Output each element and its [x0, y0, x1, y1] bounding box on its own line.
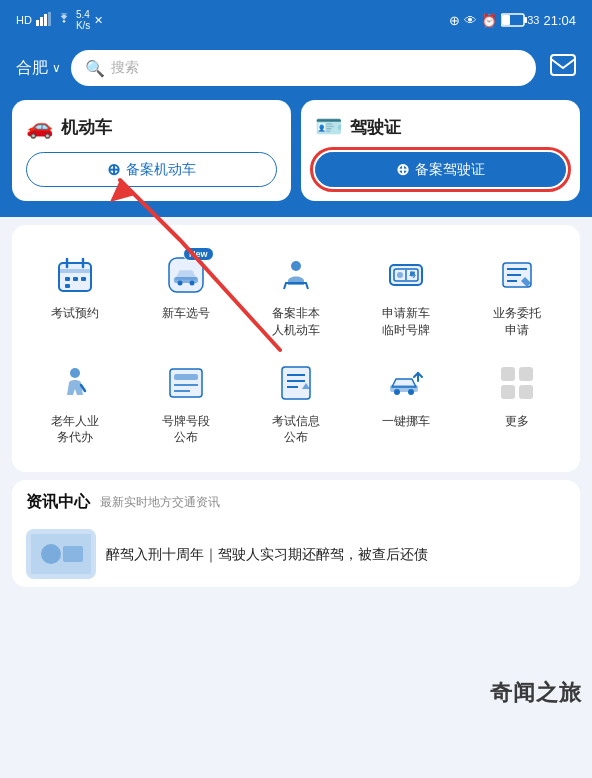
svg-rect-7 — [551, 55, 575, 75]
exam-booking-label: 考试预约 — [51, 305, 99, 322]
svg-point-19 — [189, 281, 194, 286]
news-subtitle: 最新实时地方交通资讯 — [100, 494, 220, 511]
delegate-icon-wrap — [493, 251, 541, 299]
svg-rect-6 — [524, 17, 527, 23]
exam-info-icon — [276, 363, 316, 403]
battery-icon: 33 — [501, 13, 539, 27]
news-text: 醉驾入刑十周年｜驾驶人实习期还醉驾，被查后还债 — [106, 544, 428, 565]
new-car-selection-item[interactable]: New 新车选号 — [130, 241, 240, 349]
new-car-label: 新车选号 — [162, 305, 210, 322]
svg-rect-12 — [65, 277, 70, 281]
svg-rect-49 — [63, 546, 83, 562]
news-thumbnail — [26, 529, 96, 579]
svg-rect-3 — [48, 12, 51, 26]
delegate-item[interactable]: 业务委托申请 — [462, 241, 572, 349]
plate-number-label: 号牌号段公布 — [162, 413, 210, 447]
location-text: 合肥 — [16, 58, 48, 79]
delegate-icon — [497, 255, 537, 295]
motor-vehicle-title: 机动车 — [61, 116, 112, 139]
register-license-label: 备案驾驶证 — [415, 161, 485, 179]
news-title: 资讯中心 — [26, 492, 90, 513]
grid-section: 考试预约 New 新车选号 — [12, 225, 580, 472]
elderly-icon — [55, 363, 95, 403]
temp-plate-item[interactable]: 粤 申请新车临时号牌 — [351, 241, 461, 349]
exam-info-icon-wrap — [272, 359, 320, 407]
svg-rect-32 — [174, 374, 198, 380]
svg-rect-1 — [40, 17, 43, 26]
driver-license-title: 驾驶证 — [350, 116, 401, 139]
car-new-icon — [166, 255, 206, 295]
signal-icon — [36, 12, 52, 28]
plate-number-item[interactable]: 号牌号段公布 — [130, 349, 240, 457]
mail-button[interactable] — [550, 54, 576, 82]
driver-license-card: 🪪 驾驶证 ⊕ 备案驾驶证 — [301, 100, 580, 201]
status-bar: HD 5.4K/s ✕ ⊕ 👁 ⏰ 33 21:04 — [0, 0, 592, 40]
register-license-button[interactable]: ⊕ 备案驾驶证 — [315, 152, 566, 187]
svg-rect-0 — [36, 20, 39, 26]
svg-rect-17 — [174, 277, 198, 283]
svg-point-48 — [41, 544, 61, 564]
plate-list-icon — [166, 363, 206, 403]
driver-license-header: 🪪 驾驶证 — [315, 114, 566, 140]
plate-list-icon-wrap — [162, 359, 210, 407]
delegate-label: 业务委托申请 — [493, 305, 541, 339]
plus-icon-2: ⊕ — [396, 160, 409, 179]
more-services-item[interactable]: 更多 — [462, 349, 572, 457]
search-placeholder: 搜索 — [111, 59, 139, 77]
non-owner-vehicle-item[interactable]: 备案非本人机动车 — [241, 241, 351, 349]
alarm-icon: ⏰ — [481, 13, 497, 28]
svg-rect-15 — [65, 284, 70, 288]
svg-point-30 — [70, 368, 80, 378]
svg-rect-45 — [501, 385, 515, 399]
accessibility-icon: ⊕ — [449, 13, 460, 28]
svg-point-20 — [291, 261, 301, 271]
svg-point-40 — [394, 389, 400, 395]
svg-rect-13 — [73, 277, 78, 281]
svg-rect-5 — [502, 15, 510, 25]
more-label: 更多 — [505, 413, 529, 430]
register-vehicle-button[interactable]: ⊕ 备案机动车 — [26, 152, 277, 187]
move-car-icon — [386, 363, 426, 403]
nfc-icon: ✕ — [94, 14, 103, 27]
new-car-icon-wrap: New — [162, 251, 210, 299]
hd-icon: HD — [16, 14, 32, 26]
more-icon — [497, 363, 537, 403]
time: 21:04 — [543, 13, 576, 28]
svg-rect-2 — [44, 14, 47, 26]
car-person-icon — [276, 255, 316, 295]
services-grid: 考试预约 New 新车选号 — [20, 241, 572, 456]
plate-icon: 粤 — [386, 255, 426, 295]
wifi-icon — [56, 13, 72, 27]
status-left: HD 5.4K/s ✕ — [16, 9, 103, 31]
svg-rect-35 — [282, 367, 310, 399]
register-vehicle-label: 备案机动车 — [126, 161, 196, 179]
svg-rect-44 — [519, 367, 533, 381]
cards-section: 🚗 机动车 ⊕ 备案机动车 🪪 驾驶证 ⊕ 备案驾驶证 — [0, 100, 592, 217]
elderly-service-item[interactable]: 老年人业务代办 — [20, 349, 130, 457]
move-car-icon-wrap — [382, 359, 430, 407]
motor-vehicle-icon: 🚗 — [26, 114, 53, 140]
svg-point-23 — [397, 272, 403, 278]
svg-rect-9 — [59, 269, 91, 273]
search-bar[interactable]: 🔍 搜索 — [71, 50, 536, 86]
data-speed: 5.4K/s — [76, 9, 90, 31]
exam-info-item[interactable]: 考试信息公布 — [241, 349, 351, 457]
svg-rect-31 — [170, 369, 202, 397]
non-owner-icon-wrap — [272, 251, 320, 299]
more-icon-wrap — [493, 359, 541, 407]
news-item[interactable]: 醉驾入刑十周年｜驾驶人实习期还醉驾，被查后还债 — [12, 521, 580, 587]
search-icon: 🔍 — [85, 59, 105, 78]
driver-license-icon: 🪪 — [315, 114, 342, 140]
news-section: 资讯中心 最新实时地方交通资讯 醉驾入刑十周年｜驾驶人实习期还醉驾，被查后还债 — [12, 480, 580, 587]
news-header: 资讯中心 最新实时地方交通资讯 — [12, 480, 580, 521]
move-car-item[interactable]: 一键挪车 — [351, 349, 461, 457]
svg-point-18 — [177, 281, 182, 286]
plus-icon: ⊕ — [107, 160, 120, 179]
motor-vehicle-header: 🚗 机动车 — [26, 114, 277, 140]
exam-booking-item[interactable]: 考试预约 — [20, 241, 130, 349]
svg-point-41 — [408, 389, 414, 395]
temp-plate-icon-wrap: 粤 — [382, 251, 430, 299]
new-badge: New — [183, 247, 214, 261]
svg-rect-14 — [81, 277, 86, 281]
location-button[interactable]: 合肥 ∨ — [16, 58, 61, 79]
